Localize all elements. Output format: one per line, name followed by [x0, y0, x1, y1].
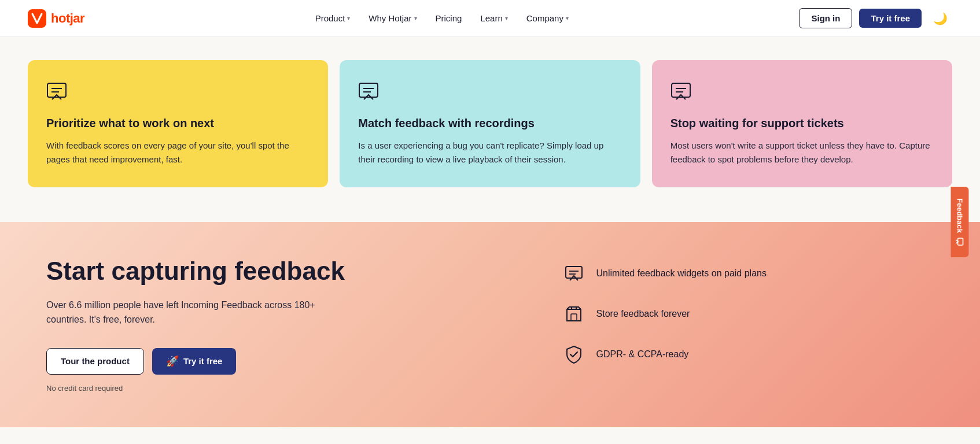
- feedback-tab-wrapper: Feedback: [951, 187, 969, 257]
- chevron-down-icon: ▾: [414, 15, 417, 21]
- cta-title: Start capturing feedback: [46, 257, 515, 286]
- feedback-tab[interactable]: Feedback: [951, 187, 969, 257]
- nav-product[interactable]: Product ▾: [308, 9, 358, 28]
- nav-actions: Sign in Try it free 🌙: [799, 8, 952, 28]
- feedback-icon-2: [358, 81, 381, 104]
- logo-text: hotjar: [51, 11, 84, 26]
- feedback-icon-3: [670, 81, 694, 104]
- card-title-1: Prioritize what to work on next: [46, 116, 310, 131]
- sign-in-button[interactable]: Sign in: [799, 8, 852, 28]
- feedback-icon: [46, 81, 69, 104]
- card-body-2: Is a user experiencing a bug you can't r…: [358, 139, 621, 166]
- feature-label-2: Store feedback forever: [596, 309, 690, 319]
- card-prioritize: Prioritize what to work on next With fee…: [28, 60, 328, 187]
- svg-rect-0: [28, 9, 46, 28]
- nav-pricing[interactable]: Pricing: [429, 9, 469, 28]
- cards-section: Prioritize what to work on next With fee…: [0, 37, 980, 222]
- chevron-down-icon: ▾: [566, 15, 569, 21]
- nav-why-hotjar[interactable]: Why Hotjar ▾: [362, 9, 423, 28]
- logo[interactable]: hotjar: [28, 9, 84, 28]
- cta-section: Start capturing feedback Over 6.6 millio…: [0, 222, 980, 427]
- feature-list: Unlimited feedback widgets on paid plans…: [562, 261, 952, 367]
- try-it-free-button[interactable]: Try it free: [859, 9, 922, 28]
- card-body-3: Most users won't write a support ticket …: [670, 139, 934, 166]
- tour-product-button[interactable]: Tour the product: [46, 348, 144, 375]
- nav-learn[interactable]: Learn ▾: [473, 9, 514, 28]
- card-match-feedback: Match feedback with recordings Is a user…: [340, 60, 640, 187]
- cta-left: Start capturing feedback Over 6.6 millio…: [46, 257, 515, 393]
- card-title-2: Match feedback with recordings: [358, 116, 621, 131]
- moon-icon: 🌙: [933, 12, 948, 25]
- feature-item-1: Unlimited feedback widgets on paid plans: [562, 261, 952, 286]
- card-body-1: With feedback scores on every page of yo…: [46, 139, 310, 166]
- gdpr-icon: [562, 342, 586, 367]
- feedback-small-icon: [956, 238, 964, 246]
- svg-rect-16: [571, 314, 577, 321]
- no-credit-card-label: No credit card required: [46, 384, 515, 393]
- feature-label-1: Unlimited feedback widgets on paid plans: [596, 268, 767, 279]
- card-title-3: Stop waiting for support tickets: [670, 116, 934, 131]
- feature-label-3: GDPR- & CCPA-ready: [596, 349, 689, 360]
- try-free-cta-button[interactable]: 🚀 Try it free: [152, 348, 237, 375]
- nav-company[interactable]: Company ▾: [520, 9, 576, 28]
- dark-mode-button[interactable]: 🌙: [929, 9, 952, 28]
- feature-item-2: Store feedback forever: [562, 302, 952, 326]
- cta-buttons: Tour the product 🚀 Try it free: [46, 348, 515, 375]
- feature-item-3: GDPR- & CCPA-ready: [562, 342, 952, 367]
- cta-subtitle: Over 6.6 million people have left Incomi…: [46, 298, 324, 327]
- widget-icon: [562, 261, 586, 286]
- nav-links: Product ▾ Why Hotjar ▾ Pricing Learn ▾ C…: [308, 9, 576, 28]
- rocket-icon: 🚀: [166, 355, 179, 368]
- store-icon: [562, 302, 586, 326]
- card-stop-waiting: Stop waiting for support tickets Most us…: [652, 60, 952, 187]
- chevron-down-icon: ▾: [347, 15, 350, 21]
- cta-right: Unlimited feedback widgets on paid plans…: [562, 257, 952, 367]
- navbar: hotjar Product ▾ Why Hotjar ▾ Pricing Le…: [0, 0, 980, 37]
- feedback-tab-label: Feedback: [956, 198, 964, 233]
- chevron-down-icon: ▾: [505, 15, 508, 21]
